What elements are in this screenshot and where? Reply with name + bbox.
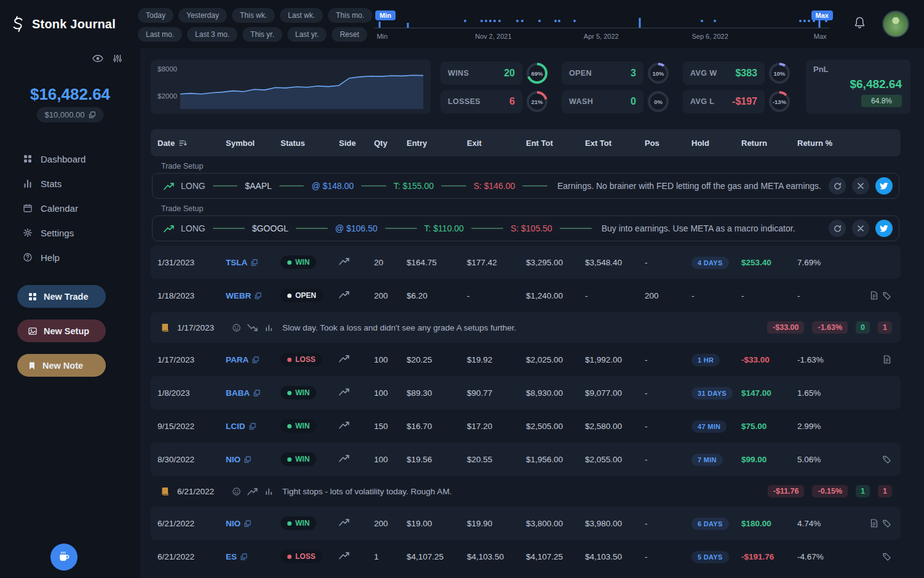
doc-icon[interactable] <box>870 519 878 528</box>
setup-tweet-button[interactable] <box>875 220 893 237</box>
range-min-handle[interactable]: Min <box>375 10 396 20</box>
trade-symbol-link[interactable]: BABA <box>226 388 281 398</box>
status-badge: LOSS <box>281 550 322 563</box>
sidebar-item-calendar[interactable]: Calendar <box>0 196 140 220</box>
note-row[interactable]: 6/21/2022Tight stops - lots of volatilit… <box>151 476 901 507</box>
col-ent-tot[interactable]: Ent Tot <box>526 138 585 148</box>
side-long-icon <box>339 388 350 396</box>
display-settings-button[interactable] <box>113 54 122 65</box>
filter-this-week[interactable]: This wk. <box>232 8 275 23</box>
sidebar-item-help[interactable]: Help <box>0 245 140 270</box>
range-max-handle[interactable]: Max <box>811 10 833 20</box>
visibility-toggle-button[interactable] <box>92 54 103 65</box>
col-entry[interactable]: Entry <box>407 138 467 148</box>
trade-symbol-link[interactable]: ES <box>226 552 281 561</box>
filter-last-month[interactable]: Last mo. <box>138 27 182 42</box>
col-side[interactable]: Side <box>339 138 374 148</box>
filter-this-year[interactable]: This yr. <box>242 27 282 42</box>
sidebar-item-dashboard[interactable]: Dashboard <box>0 147 140 171</box>
new-trade-button[interactable]: New Trade <box>17 285 106 308</box>
setup-convert-button[interactable] <box>829 177 846 195</box>
note-row[interactable]: 1/17/2023Slow day. Took a loss and didn'… <box>151 312 901 343</box>
trade-row[interactable]: 1/17/2023PARALOSS100$20.25$19.92$2,025.0… <box>151 343 901 376</box>
user-avatar[interactable] <box>882 10 909 38</box>
eye-icon <box>92 55 103 62</box>
filter-last-week[interactable]: Last wk. <box>280 8 323 23</box>
doc-icon[interactable] <box>883 355 891 364</box>
trend-down-icon <box>247 324 258 332</box>
account-balance: $16,482.64 <box>0 85 140 104</box>
trade-return-pct: 1.65% <box>797 388 858 398</box>
trade-row[interactable]: 6/21/2022NIOWIN200$19.00$19.90$3,800.00$… <box>151 507 901 540</box>
col-exit[interactable]: Exit <box>467 138 526 148</box>
open-gauge: 10% <box>648 63 669 84</box>
trade-row[interactable]: 1/18/2023WEBROPEN200$6.20-$1,240.00-200-… <box>151 279 901 312</box>
open-label: OPEN <box>569 69 592 78</box>
col-date[interactable]: Date <box>157 138 226 148</box>
trade-row[interactable]: 8/30/2022NIOWIN100$19.56$20.55$1,956.00$… <box>151 443 901 476</box>
col-ext-tot[interactable]: Ext Tot <box>585 138 645 148</box>
sort-icon[interactable] <box>179 140 187 147</box>
trade-ent-tot: $8,930.00 <box>526 388 585 398</box>
trade-row[interactable]: 1/31/2023TSLAWIN20$164.75$177.42$3,295.0… <box>151 246 901 279</box>
new-setup-button[interactable]: New Setup <box>17 319 106 342</box>
tag-icon[interactable] <box>883 519 891 528</box>
stats-icon <box>23 179 32 188</box>
filter-last-year[interactable]: Last yr. <box>287 27 327 42</box>
losses-label: LOSSES <box>448 97 480 106</box>
filter-today[interactable]: Today <box>138 8 173 23</box>
emoji-icon <box>233 488 241 496</box>
chart-bars-icon <box>265 488 273 496</box>
col-pos[interactable]: Pos <box>645 138 691 148</box>
app-logo[interactable]: Stonk Journal <box>10 0 116 48</box>
note-stat-badge: 0 <box>856 321 870 334</box>
trade-symbol-link[interactable]: PARA <box>226 355 281 364</box>
journal-icon <box>161 323 169 332</box>
trade-ext-tot: $2,580.00 <box>585 422 645 431</box>
losses-value: 6 <box>509 96 515 107</box>
trade-symbol-link[interactable]: WEBR <box>226 291 281 300</box>
tag-icon[interactable] <box>883 553 891 561</box>
trade-symbol-link[interactable]: NIO <box>226 455 281 464</box>
trade-row[interactable]: 9/15/2022LCIDWIN150$16.70$17.20$2,505.00… <box>151 409 901 443</box>
setup-convert-button[interactable] <box>829 220 846 237</box>
col-symbol[interactable]: Symbol <box>226 138 281 148</box>
hold-badge: 7 MIN <box>691 454 723 466</box>
filter-reset[interactable]: Reset <box>332 27 367 42</box>
doc-icon[interactable] <box>870 291 878 300</box>
setup-delete-button[interactable] <box>852 177 869 195</box>
trade-exit: $19.90 <box>467 519 526 528</box>
setup-tweet-button[interactable] <box>875 177 893 195</box>
sidebar-item-settings[interactable]: Settings <box>0 220 140 245</box>
col-return-pct[interactable]: Return % <box>797 138 858 148</box>
trade-symbol-link[interactable]: TSLA <box>226 258 281 267</box>
tag-icon[interactable] <box>883 291 891 300</box>
new-setup-icon <box>28 327 37 335</box>
filter-this-month[interactable]: This mo. <box>328 8 372 23</box>
note-date: 6/21/2022 <box>177 487 224 496</box>
axis-label-1: Nov 2, 2021 <box>475 33 511 40</box>
starting-balance-badge[interactable]: $10,000.00 <box>36 107 103 122</box>
donate-button[interactable] <box>50 544 78 571</box>
notifications-button[interactable] <box>854 17 865 30</box>
tag-icon[interactable] <box>883 456 891 464</box>
filter-yesterday[interactable]: Yesterday <box>178 8 227 23</box>
sidebar-item-stats[interactable]: Stats <box>0 171 140 196</box>
date-range-timeline[interactable]: Min Max Min Nov 2, 2021 Apr 5, 2022 Sep … <box>374 0 829 48</box>
trade-hold: 6 DAYS <box>691 519 741 528</box>
trade-symbol-link[interactable]: LCID <box>226 422 281 431</box>
app-title: Stonk Journal <box>32 17 116 31</box>
copy-icon <box>241 553 247 560</box>
trade-row[interactable]: 1/8/2023BABAWIN100$89.30$90.77$8,930.00$… <box>151 376 901 409</box>
trade-symbol-link[interactable]: NIO <box>226 519 281 528</box>
col-status[interactable]: Status <box>281 138 339 148</box>
note-text: Tight stops - lots of volatility today. … <box>282 487 452 496</box>
col-qty[interactable]: Qty <box>374 138 407 148</box>
side-long-icon <box>339 552 350 560</box>
setup-delete-button[interactable] <box>852 220 869 237</box>
new-note-button[interactable]: New Note <box>17 354 106 377</box>
filter-last-3-months[interactable]: Last 3 mo. <box>187 27 237 42</box>
col-return[interactable]: Return <box>741 138 797 148</box>
col-hold[interactable]: Hold <box>691 138 741 148</box>
trade-row[interactable]: 6/21/2022ESLOSS1$4,107.25$4,103.50$4,107… <box>151 540 901 573</box>
